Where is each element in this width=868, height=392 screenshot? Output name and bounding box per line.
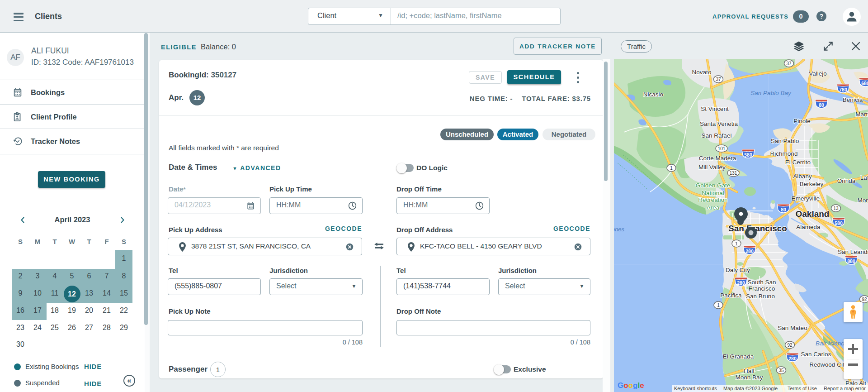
svg-text:Berkeley: Berkeley: [800, 181, 824, 187]
svg-text:580: 580: [744, 152, 752, 158]
svg-text:Orinda: Orinda: [837, 177, 856, 184]
svg-text:Area: Area: [707, 204, 720, 211]
svg-text:101: 101: [718, 146, 726, 151]
svg-text:92: 92: [862, 297, 867, 302]
svg-text:El Granada: El Granada: [723, 353, 754, 360]
svg-text:Benicia: Benicia: [843, 96, 863, 103]
svg-text:Bair Island: Bair Island: [816, 340, 844, 347]
svg-text:280: 280: [745, 249, 754, 254]
svg-text:780: 780: [839, 87, 847, 92]
svg-text:Nicasio: Nicasio: [643, 91, 663, 98]
svg-text:San Rafael: San Rafael: [702, 132, 732, 139]
svg-text:1: 1: [735, 241, 738, 246]
svg-text:San Pablo Bay: San Pablo Bay: [750, 90, 792, 96]
svg-text:Redwood Cit: Redwood Cit: [809, 361, 844, 368]
svg-text:Martin: Martin: [855, 111, 868, 118]
svg-text:El Cerrito: El Cerrito: [785, 159, 811, 166]
svg-text:Lafa: Lafa: [860, 174, 868, 181]
svg-text:Vallejo: Vallejo: [809, 70, 827, 77]
svg-text:580: 580: [835, 220, 843, 226]
svg-text:Mill Valley: Mill Valley: [698, 164, 726, 171]
svg-text:ones: ones: [614, 226, 625, 233]
svg-text:Pinole: Pinole: [793, 118, 811, 124]
svg-text:680: 680: [861, 81, 868, 86]
svg-text:Moon Bay: Moon Bay: [736, 374, 763, 381]
svg-text:National: National: [702, 190, 724, 196]
svg-text:Golden Gate: Golden Gate: [696, 182, 731, 189]
svg-text:Emeryville: Emeryville: [792, 195, 820, 202]
svg-text:Mora: Mora: [858, 197, 868, 204]
svg-text:Santa Venetia: Santa Venetia: [700, 120, 738, 127]
svg-text:Oakland: Oakland: [796, 209, 830, 219]
svg-text:Francisco: Francisco: [749, 285, 775, 292]
svg-text:92: 92: [787, 343, 793, 348]
svg-text:Pacifica: Pacifica: [720, 292, 742, 299]
svg-text:Albany: Albany: [793, 173, 812, 180]
svg-text:Recreation: Recreation: [698, 196, 727, 203]
svg-text:37: 37: [716, 77, 721, 82]
svg-text:Novato: Novato: [692, 69, 712, 76]
svg-text:St Vincent: St Vincent: [701, 105, 729, 112]
svg-text:13: 13: [833, 206, 839, 211]
svg-text:131: 131: [730, 171, 737, 176]
svg-text:280: 280: [737, 280, 745, 286]
svg-text:San Carlos: San Carlos: [801, 351, 831, 358]
svg-text:Daly City: Daly City: [726, 267, 750, 273]
svg-text:San Francisco: San Francisco: [728, 224, 787, 233]
svg-text:1: 1: [670, 166, 673, 171]
svg-text:880: 880: [847, 258, 855, 264]
svg-text:37: 37: [786, 61, 792, 66]
svg-text:Half: Half: [744, 368, 755, 374]
svg-text:80: 80: [781, 207, 786, 212]
svg-text:1: 1: [717, 303, 720, 308]
svg-text:South San: South San: [747, 279, 776, 286]
svg-text:35: 35: [778, 368, 784, 373]
svg-text:San Leandr: San Leandr: [838, 249, 868, 255]
svg-text:San Bruno: San Bruno: [746, 293, 775, 300]
svg-text:Alameda: Alameda: [796, 224, 821, 230]
svg-text:80: 80: [819, 102, 824, 108]
svg-text:Corte Madera: Corte Madera: [699, 155, 736, 162]
svg-text:280: 280: [788, 356, 797, 361]
svg-text:Richmond: Richmond: [770, 150, 798, 157]
svg-text:San Mateo: San Mateo: [778, 325, 807, 331]
svg-text:San Pablo: San Pablo: [771, 138, 799, 144]
